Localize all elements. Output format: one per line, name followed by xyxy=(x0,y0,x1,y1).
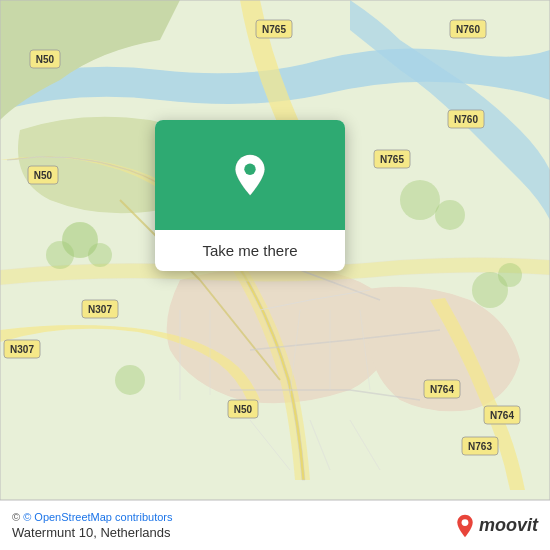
bottom-bar: © © OpenStreetMap contributors Watermunt… xyxy=(0,500,550,550)
moovit-pin-icon xyxy=(455,514,475,538)
popup-green-area xyxy=(155,120,345,230)
svg-text:N765: N765 xyxy=(380,154,404,165)
svg-text:N307: N307 xyxy=(88,304,112,315)
svg-text:N763: N763 xyxy=(468,441,492,452)
copyright-symbol: © xyxy=(12,511,20,523)
moovit-brand-text: moovit xyxy=(479,515,538,536)
svg-point-52 xyxy=(462,519,469,526)
svg-text:N50: N50 xyxy=(34,170,53,181)
svg-point-43 xyxy=(46,241,74,269)
svg-text:N764: N764 xyxy=(490,410,514,421)
osm-link[interactable]: © OpenStreetMap contributors xyxy=(23,511,172,523)
svg-point-49 xyxy=(498,263,522,287)
svg-point-46 xyxy=(435,200,465,230)
svg-text:N765: N765 xyxy=(262,24,286,35)
moovit-logo: moovit xyxy=(455,514,538,538)
svg-text:N760: N760 xyxy=(454,114,478,125)
svg-point-51 xyxy=(244,164,255,175)
location-pin-icon xyxy=(228,153,272,197)
map-container: N50 N50 N765 N765 N760 N760 N307 N307 N5… xyxy=(0,0,550,500)
svg-text:N50: N50 xyxy=(234,404,253,415)
svg-point-47 xyxy=(115,365,145,395)
svg-text:N50: N50 xyxy=(36,54,55,65)
address-text: Watermunt 10, Netherlands xyxy=(12,525,173,540)
svg-text:N307: N307 xyxy=(10,344,34,355)
take-me-there-button[interactable]: Take me there xyxy=(155,230,345,271)
svg-point-44 xyxy=(88,243,112,267)
svg-text:N760: N760 xyxy=(456,24,480,35)
svg-text:N764: N764 xyxy=(430,384,454,395)
osm-attribution: © © OpenStreetMap contributors xyxy=(12,511,173,523)
popup-card[interactable]: Take me there xyxy=(155,120,345,271)
svg-point-45 xyxy=(400,180,440,220)
